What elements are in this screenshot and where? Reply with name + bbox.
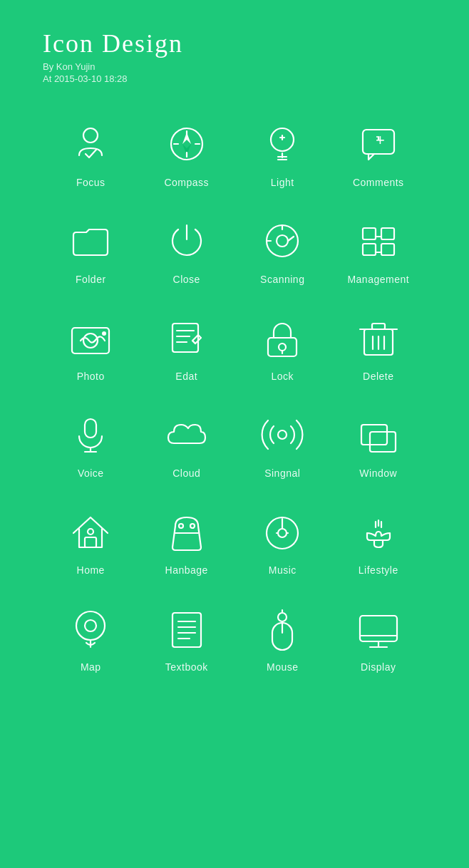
photo-label: Photo bbox=[77, 371, 105, 382]
light-icon bbox=[257, 118, 308, 170]
svg-point-39 bbox=[279, 343, 286, 351]
management-icon bbox=[353, 215, 404, 267]
window-label: Window bbox=[359, 467, 397, 479]
home-icon bbox=[65, 506, 116, 557]
signal-cell: Singnal bbox=[234, 396, 331, 486]
svg-point-32 bbox=[102, 331, 106, 336]
svg-point-66 bbox=[85, 620, 96, 631]
svg-point-58 bbox=[278, 529, 287, 537]
svg-rect-43 bbox=[372, 324, 385, 329]
map-cell: Map bbox=[43, 590, 139, 680]
photo-icon bbox=[65, 312, 116, 363]
svg-point-74 bbox=[278, 613, 287, 621]
voice-icon bbox=[65, 409, 116, 460]
comments-icon: + bbox=[353, 118, 404, 170]
light-cell: Light bbox=[234, 105, 331, 195]
svg-rect-52 bbox=[370, 432, 396, 452]
edat-label: Edat bbox=[175, 371, 197, 382]
signal-icon bbox=[257, 409, 308, 460]
svg-rect-53 bbox=[85, 537, 96, 547]
window-icon bbox=[353, 409, 404, 460]
lifestyle-label: Lifestyle bbox=[359, 564, 398, 576]
compass-icon bbox=[161, 118, 212, 170]
svg-rect-24 bbox=[363, 228, 376, 239]
map-label: Map bbox=[81, 661, 101, 673]
home-cell: Home bbox=[43, 493, 139, 583]
focus-cell: Focus bbox=[43, 105, 139, 195]
compass-label: Compass bbox=[164, 177, 209, 188]
close-power-icon bbox=[161, 215, 212, 267]
display-label: Display bbox=[361, 661, 396, 673]
cloud-cell: Cloud bbox=[139, 396, 235, 486]
hanbage-label: Hanbage bbox=[165, 564, 208, 576]
focus-label: Focus bbox=[76, 177, 105, 188]
lifestyle-icon bbox=[353, 506, 404, 557]
photo-cell: Photo bbox=[43, 299, 139, 389]
svg-text:+: + bbox=[376, 131, 385, 149]
svg-point-20 bbox=[277, 235, 288, 247]
svg-rect-25 bbox=[381, 228, 394, 239]
home-label: Home bbox=[77, 564, 105, 576]
lifestyle-cell: Lifestyle bbox=[331, 493, 427, 583]
mouse-label: Mouse bbox=[267, 661, 299, 673]
svg-line-23 bbox=[288, 237, 294, 241]
svg-point-0 bbox=[83, 128, 98, 143]
svg-line-37 bbox=[192, 341, 195, 343]
svg-point-56 bbox=[179, 524, 183, 528]
hanbage-icon bbox=[161, 506, 212, 557]
music-label: Music bbox=[269, 564, 297, 576]
focus-icon bbox=[65, 118, 116, 170]
svg-rect-26 bbox=[363, 244, 376, 255]
window-cell: Window bbox=[331, 396, 427, 486]
voice-label: Voice bbox=[78, 467, 104, 479]
management-label: Management bbox=[347, 274, 409, 285]
icon-grid: Focus Compass Light bbox=[43, 105, 426, 680]
folder-cell: Folder bbox=[43, 202, 139, 292]
delete-icon bbox=[353, 312, 404, 363]
display-icon bbox=[353, 603, 404, 654]
voice-cell: Voice bbox=[43, 396, 139, 486]
map-icon bbox=[65, 603, 116, 654]
comments-cell: + Comments bbox=[331, 105, 427, 195]
edat-cell: Edat bbox=[139, 299, 235, 389]
cloud-label: Cloud bbox=[172, 467, 200, 479]
delete-cell: Delete bbox=[331, 299, 427, 389]
scanning-label: Scanning bbox=[260, 274, 304, 285]
lock-label: Lock bbox=[271, 371, 294, 382]
author-label: By Kon Yujin bbox=[43, 61, 426, 72]
compass-cell: Compass bbox=[139, 105, 235, 195]
edat-icon bbox=[161, 312, 212, 363]
mouse-icon bbox=[257, 603, 308, 654]
svg-point-65 bbox=[76, 611, 105, 640]
folder-label: Folder bbox=[76, 274, 106, 285]
display-cell: Display bbox=[331, 590, 427, 680]
music-cell: Music bbox=[234, 493, 331, 583]
comments-label: Comments bbox=[353, 177, 404, 188]
hanbage-cell: Hanbage bbox=[139, 493, 235, 583]
date-label: At 2015-03-10 18:28 bbox=[43, 73, 426, 84]
scanning-cell: Scanning bbox=[234, 202, 331, 292]
svg-rect-47 bbox=[85, 419, 96, 438]
textbook-icon bbox=[161, 603, 212, 654]
light-label: Light bbox=[271, 177, 294, 188]
textbook-cell: Textbook bbox=[139, 590, 235, 680]
svg-rect-76 bbox=[360, 616, 397, 641]
folder-icon bbox=[65, 215, 116, 267]
lock-cell: Lock bbox=[234, 299, 331, 389]
textbook-label: Textbook bbox=[165, 661, 208, 673]
mouse-cell: Mouse bbox=[234, 590, 331, 680]
signal-label: Singnal bbox=[264, 467, 300, 479]
close-label: Close bbox=[173, 274, 200, 285]
page-title: Icon Design bbox=[43, 29, 426, 58]
management-cell: Management bbox=[331, 202, 427, 292]
svg-rect-27 bbox=[381, 244, 394, 255]
svg-point-57 bbox=[190, 524, 195, 528]
cloud-icon bbox=[161, 409, 212, 460]
delete-label: Delete bbox=[363, 371, 393, 382]
svg-rect-51 bbox=[361, 425, 387, 445]
close-cell: Close bbox=[139, 202, 235, 292]
svg-rect-67 bbox=[172, 613, 201, 647]
svg-point-54 bbox=[88, 529, 93, 534]
svg-point-50 bbox=[278, 430, 287, 439]
lock-icon bbox=[257, 312, 308, 363]
